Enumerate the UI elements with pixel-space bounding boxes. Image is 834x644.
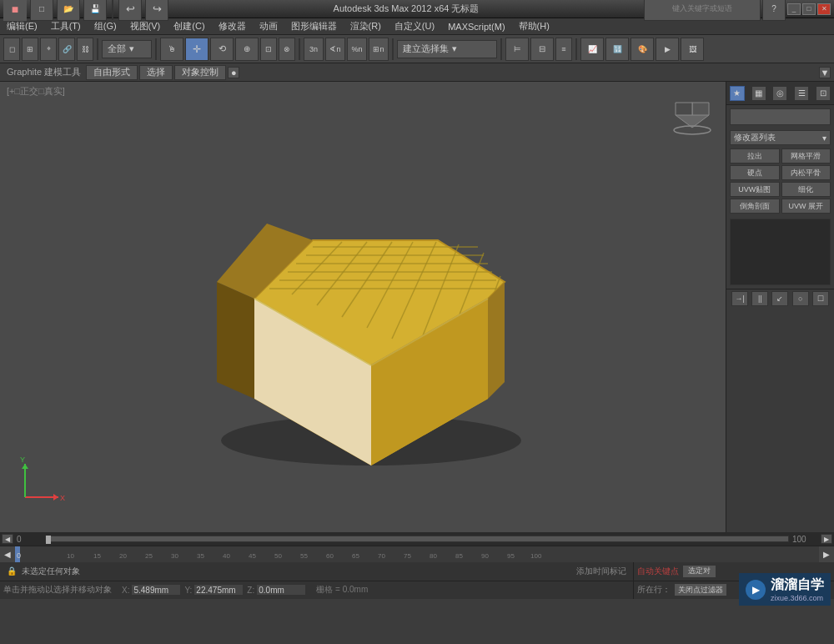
z-input[interactable]: [256, 584, 306, 596]
rotate-btn[interactable]: ⟲: [210, 38, 234, 61]
new-file-btn[interactable]: □: [30, 0, 53, 21]
open-file-btn[interactable]: 📂: [57, 0, 80, 21]
rp-icon-display[interactable]: ⊡: [816, 86, 831, 101]
y-coord-field: Y:: [184, 584, 244, 596]
selection-dropdown[interactable]: 建立选择集 ▾: [397, 40, 497, 58]
watermark-en-text: zixue.3d66.com: [771, 594, 824, 602]
rp-nav-circle[interactable]: ○: [792, 291, 809, 306]
rp-icon-create[interactable]: ★: [730, 86, 745, 101]
rp-nav-pause[interactable]: ||: [751, 291, 768, 306]
close-btn[interactable]: ✕: [817, 3, 831, 15]
render-window-btn[interactable]: 🖼: [681, 38, 704, 61]
svg-text:70: 70: [378, 552, 385, 560]
tessellate-btn[interactable]: 细化: [781, 182, 831, 197]
modifier-search-input[interactable]: [731, 113, 830, 122]
timeline-thumb[interactable]: [46, 536, 51, 544]
search-box[interactable]: 键入关键字或短语: [644, 0, 761, 21]
undo-btn[interactable]: ↩: [118, 0, 142, 21]
viewport-nav-cube[interactable]: [667, 90, 717, 142]
svg-text:65: 65: [352, 552, 359, 560]
timeline-track[interactable]: [45, 536, 789, 542]
nurms-btn[interactable]: 内松平骨: [781, 165, 831, 180]
status-text-area: 🔒 未选定任何对象 添加时间标记: [0, 562, 633, 581]
scale-btn[interactable]: ⊕: [235, 38, 259, 61]
svg-text:X: X: [60, 494, 65, 502]
extrude-btn[interactable]: 拉出: [730, 148, 780, 164]
menu-modifier[interactable]: 修改器: [212, 18, 253, 34]
zoom-extents-btn[interactable]: ⌖: [40, 38, 57, 61]
rp-icon-hierarchy[interactable]: ◎: [772, 86, 787, 101]
select-move-btn[interactable]: ✛: [185, 38, 208, 61]
rp-nav-square[interactable]: ☐: [812, 291, 829, 306]
object-control-tab[interactable]: 对象控制: [174, 65, 226, 80]
render-btn[interactable]: ▶: [656, 38, 679, 61]
menu-render[interactable]: 渲染(R): [344, 18, 388, 34]
menu-maxscript[interactable]: MAXScript(M): [441, 20, 511, 33]
help-btn[interactable]: ?: [762, 0, 786, 21]
rp-icon-modify[interactable]: ▦: [751, 86, 766, 101]
ref-coord-btn[interactable]: ⊡: [260, 38, 277, 61]
close-filter-btn[interactable]: 关闭点过滤器: [674, 583, 727, 596]
mesh-smooth-btn[interactable]: 网格平滑: [781, 148, 831, 164]
menu-animation[interactable]: 动画: [253, 18, 284, 34]
menu-group[interactable]: 组(G): [88, 18, 123, 34]
sep-t2: [155, 38, 157, 60]
svg-text:0: 0: [17, 551, 21, 560]
select-filter-btn[interactable]: 🖱: [160, 38, 183, 61]
freeform-tab[interactable]: 自由形式: [86, 65, 138, 80]
menu-help[interactable]: 帮助(H): [512, 18, 556, 34]
set-key-btn[interactable]: 选定对: [682, 565, 716, 578]
snap-percent-btn[interactable]: %n: [347, 38, 367, 61]
bevel-profile-btn[interactable]: 倒角剖面: [730, 199, 780, 214]
pivot-btn[interactable]: ⊗: [279, 38, 295, 61]
toolbar2-collapse[interactable]: ▼: [819, 67, 831, 78]
rp-icon-motion[interactable]: ☰: [794, 86, 809, 101]
select-region-btn[interactable]: ⊞: [22, 38, 38, 61]
toolbar2-dot[interactable]: ●: [228, 67, 239, 78]
mirror-btn[interactable]: ⊨: [505, 38, 529, 61]
add-time-marker-btn[interactable]: 添加时间标记: [576, 566, 626, 577]
align-btn[interactable]: ⊟: [530, 38, 554, 61]
modifier-list-dropdown[interactable]: 修改器列表 ▾: [730, 130, 831, 145]
right-panel-tabs: ★ ▦ ◎ ☰ ⊡: [726, 82, 834, 105]
select-tab[interactable]: 选择: [139, 65, 173, 80]
schematic-btn[interactable]: 🔢: [605, 38, 629, 61]
snap-spinner-btn[interactable]: ⊞n: [369, 38, 389, 61]
menu-customize[interactable]: 自定义(U): [388, 18, 441, 34]
uvw-unwrap-btn[interactable]: UVW 展开: [781, 199, 831, 214]
selection-label: 建立选择集: [403, 43, 449, 55]
main-viewport[interactable]: [+□正交□真实]: [0, 82, 726, 532]
menu-graph-editor[interactable]: 图形编辑器: [284, 18, 344, 34]
redo-btn[interactable]: ↪: [145, 0, 168, 21]
link-btn[interactable]: 🔗: [58, 38, 75, 61]
timeline-scroll-right[interactable]: ▶: [819, 546, 834, 562]
timeline-scroll-left[interactable]: ◀: [0, 546, 15, 562]
save-file-btn[interactable]: 💾: [83, 0, 107, 21]
snap-angle-btn[interactable]: ∢n: [325, 38, 345, 61]
svg-marker-34: [692, 103, 709, 115]
timeline-prev-btn[interactable]: ◀: [2, 534, 13, 544]
restore-btn[interactable]: □: [802, 3, 816, 15]
material-editor-btn[interactable]: 🎨: [631, 38, 654, 61]
menu-create[interactable]: 创建(C): [167, 18, 211, 34]
mode-dropdown[interactable]: 全部 ▾: [102, 40, 152, 58]
timeline-ticks[interactable]: 0 10 15 20 25 30 35 40 45 50 55 60 65 70…: [15, 546, 819, 562]
sep-t6: [575, 38, 577, 60]
vertex-btn[interactable]: 硬点: [730, 165, 780, 180]
uvw-map-btn[interactable]: UVW贴图: [730, 182, 780, 197]
rp-nav-back[interactable]: ↙: [771, 291, 788, 306]
y-input[interactable]: [193, 584, 244, 596]
timeline-next-btn[interactable]: ▶: [821, 534, 832, 544]
modifier-search[interactable]: [730, 108, 831, 125]
curve-editor-btn[interactable]: 📈: [580, 38, 604, 61]
rp-nav-start[interactable]: →|: [731, 291, 748, 306]
layer-btn[interactable]: ≡: [555, 38, 572, 61]
unlink-btn[interactable]: ⛓: [77, 38, 93, 61]
menu-tools[interactable]: 工具(T): [44, 18, 88, 34]
minimize-btn[interactable]: _: [787, 3, 801, 15]
menu-view[interactable]: 视图(V): [123, 18, 168, 34]
snap-3d-btn[interactable]: 3n: [304, 38, 324, 61]
x-input[interactable]: [131, 584, 181, 596]
select-obj-btn[interactable]: ◻: [3, 38, 20, 61]
menu-edit[interactable]: 编辑(E): [0, 18, 44, 34]
